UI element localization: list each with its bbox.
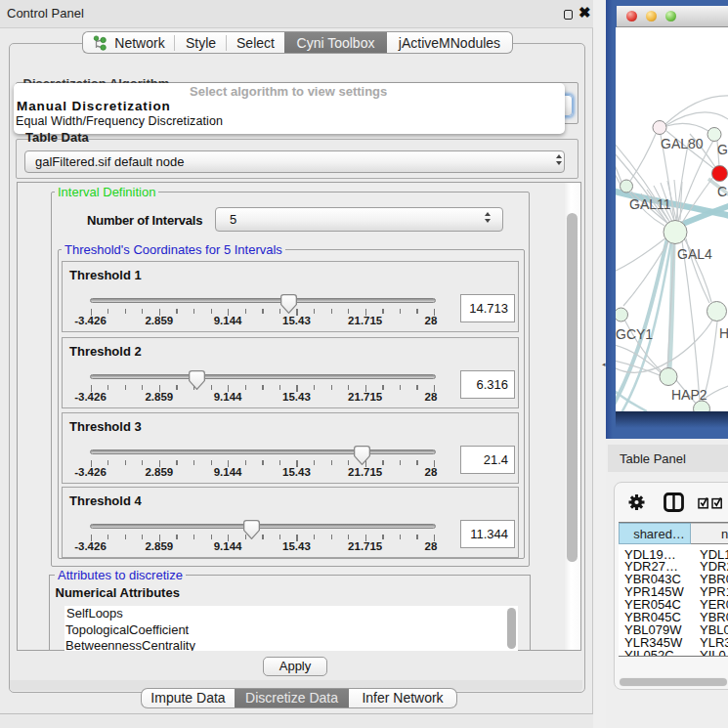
svg-text:G.: G. — [717, 142, 728, 157]
svg-text:GCY1: GCY1 — [616, 326, 653, 342]
svg-text:C: C — [717, 184, 727, 199]
svg-text:HAP2: HAP2 — [671, 387, 707, 403]
svg-text:H: H — [719, 325, 728, 341]
svg-text:GAL4: GAL4 — [677, 246, 712, 262]
svg-text:GAL11: GAL11 — [629, 196, 671, 212]
svg-text:GAL80: GAL80 — [661, 136, 704, 151]
